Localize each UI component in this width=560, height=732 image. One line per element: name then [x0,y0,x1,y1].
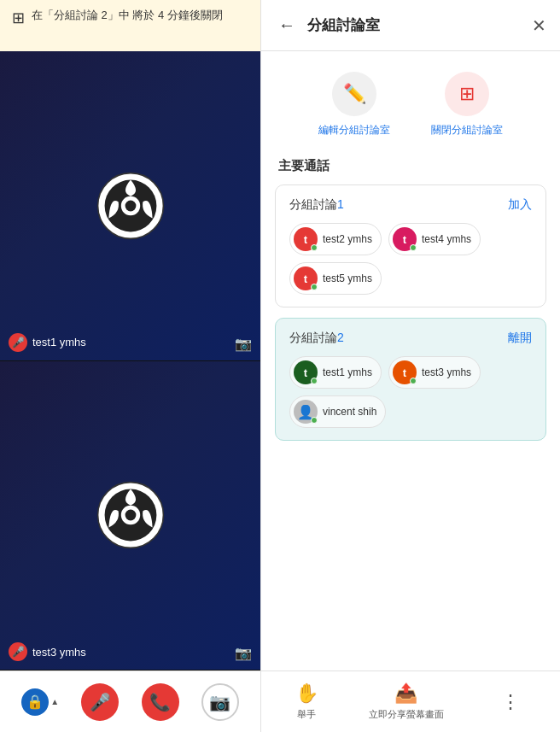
room-1-header: 分組討論1 加入 [289,197,532,213]
right-panel-header: ← 分組討論室 ✕ [261,0,560,51]
participant-chip-name: test5 ymhs [323,272,372,284]
notification-text: 在「分組討論 2」中 將於 4 分鐘後關閉 [32,7,223,24]
breakout-rooms-list: 分組討論1 加入 t test2 ymhs t [261,184,560,671]
avatar: t [294,266,318,290]
action-icons-row: ✏️ 編輯分組討論室 ⊞ 關閉分組討論室 [261,51,560,151]
video-tile-1: 🎤 test1 ymhs 📷 [0,51,260,361]
participant-chip-name: test2 ymhs [323,233,372,245]
participant-chip-name: test3 ymhs [422,366,471,378]
avatar: t [393,360,417,384]
avatar: t [294,360,318,384]
obs-logo-1 [96,172,165,240]
join-room-1-button[interactable]: 加入 [508,197,532,213]
participant-chip: t test3 ymhs [388,356,481,389]
mute-icon-2: 🎤 [9,642,27,661]
leave-room-2-button[interactable]: 離開 [508,331,532,346]
raise-hand-button[interactable]: ✋ 舉手 [295,682,318,721]
room-2-name: 分組討論2 [289,331,344,346]
share-screen-label: 立即分享螢幕畫面 [369,708,444,721]
obs-logo-2 [96,481,165,549]
avatar: t [294,227,318,251]
participant-label-1: 🎤 test1 ymhs [9,333,86,352]
svg-point-7 [125,510,136,521]
back-button[interactable]: ← [275,12,299,38]
edit-icon-circle: ✏️ [332,72,376,116]
breakout-room-2: 分組討論2 離開 t test1 ymhs t [275,318,546,441]
share-screen-icon: 📤 [394,682,417,705]
room-2-participants: t test1 ymhs t test3 ymhs 👤 [289,356,532,428]
mute-icon-1: 🎤 [9,333,27,352]
participant-name-1: test1 ymhs [32,336,86,348]
room-1-number: 1 [337,197,344,211]
share-screen-button[interactable]: 📤 立即分享螢幕畫面 [369,682,444,721]
left-panel: ⊞ 在「分組討論 2」中 將於 4 分鐘後關閉 🎤 test1 ymhs 📷 [0,0,260,732]
breakout-room-1: 分組討論1 加入 t test2 ymhs t [275,184,546,307]
participant-chip: 👤 vincent shih [289,395,386,428]
edit-rooms-action[interactable]: ✏️ 編輯分組討論室 [318,72,390,138]
close-panel-button[interactable]: ✕ [532,15,546,36]
raise-hand-label: 舉手 [297,708,316,721]
close-rooms-label: 關閉分組討論室 [431,123,503,138]
security-icon: 🔒 [21,688,49,716]
camera-button[interactable]: 📷 [201,683,239,721]
end-call-button[interactable]: 📞 [142,683,179,721]
more-options-button[interactable]: ⋮ [494,684,527,720]
raise-hand-icon: ✋ [295,682,318,705]
avatar: t [393,227,417,251]
video-tile-2: 🎤 test3 ymhs 📷 [0,361,260,671]
room-1-participants: t test2 ymhs t test4 ymhs t [289,223,532,295]
edit-rooms-label: 編輯分組討論室 [318,123,390,138]
participant-chip-name: vincent shih [323,406,376,418]
avatar-photo: 👤 [294,400,318,424]
participant-name-2: test3 ymhs [32,646,86,659]
panel-title: 分組討論室 [307,15,523,35]
video-area: 🎤 test1 ymhs 📷 🎤 test3 ymhs 📷 [0,51,260,671]
main-session-label: 主要通話 [261,151,560,184]
room-1-name: 分組討論1 [289,197,344,213]
participant-chip-name: test4 ymhs [422,233,471,245]
participant-chip: t test5 ymhs [289,262,382,295]
room-2-number: 2 [337,331,344,344]
close-rooms-icon-circle: ⊞ [445,72,489,116]
participant-chip: t test2 ymhs [289,223,382,255]
participant-label-2: 🎤 test3 ymhs [9,642,86,661]
bottom-toolbar-left: 🔒 ▲ 🎤 📞 📷 [0,671,260,732]
notification-icon: ⊞ [12,9,25,27]
close-rooms-action[interactable]: ⊞ 關閉分組討論室 [431,72,503,138]
chevron-up-icon: ▲ [50,697,59,706]
mute-button[interactable]: 🎤 [81,683,119,721]
room-2-header: 分組討論2 離開 [289,331,532,346]
svg-point-3 [125,200,136,211]
participant-chip-name: test1 ymhs [323,366,372,378]
camera-off-icon-2: 📷 [235,645,252,661]
bottom-toolbar-right: ✋ 舉手 📤 立即分享螢幕畫面 ⋮ [261,671,560,732]
participant-chip: t test1 ymhs [289,356,382,389]
security-button[interactable]: 🔒 ▲ [21,688,59,716]
right-panel: ← 分組討論室 ✕ ✏️ 編輯分組討論室 ⊞ 關閉分組討論室 主要通話 分組討論… [260,0,560,732]
camera-off-icon-1: 📷 [235,336,252,352]
participant-chip: t test4 ymhs [388,223,481,255]
notification-banner: ⊞ 在「分組討論 2」中 將於 4 分鐘後關閉 [0,0,260,51]
